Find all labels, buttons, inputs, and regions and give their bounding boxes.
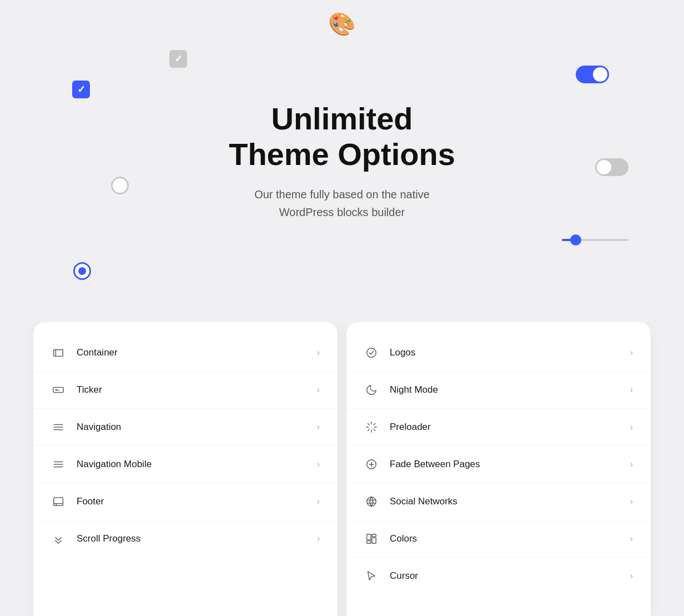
svg-rect-21	[372, 534, 376, 537]
menu-label-footer: Footer	[77, 496, 317, 507]
menu-label-ticker: Ticker	[77, 384, 317, 395]
svg-rect-0	[54, 350, 63, 357]
right-panel: Logos › Night Mode › Preloader › Fade Be…	[346, 322, 651, 616]
social-networks-icon	[364, 494, 379, 509]
deco-checkbox-gray	[169, 50, 187, 68]
menu-label-social-networks: Social Networks	[390, 496, 630, 507]
svg-rect-19	[372, 538, 376, 543]
menu-item-scroll-progress[interactable]: Scroll Progress ›	[33, 520, 338, 557]
chevron-icon-logos: ›	[630, 348, 633, 358]
menu-label-scroll-progress: Scroll Progress	[77, 533, 317, 544]
menu-item-container[interactable]: Container ›	[33, 334, 338, 372]
menu-item-night-mode[interactable]: Night Mode ›	[346, 372, 651, 409]
menu-item-logos[interactable]: Logos ›	[346, 334, 651, 372]
menu-item-colors[interactable]: Colors ›	[346, 520, 651, 558]
container-icon	[51, 345, 66, 360]
ticker-icon	[51, 383, 66, 397]
chevron-icon-container: ›	[317, 348, 320, 358]
palette-icon: 🎨	[328, 11, 356, 37]
chevron-icon-colors: ›	[630, 534, 633, 544]
panels-section: Container › Ticker › Navigation › Naviga…	[0, 322, 684, 616]
menu-label-navigation-mobile: Navigation Mobile	[77, 459, 317, 470]
chevron-icon-navigation: ›	[317, 422, 320, 432]
chevron-icon-social-networks: ›	[630, 497, 633, 507]
menu-item-preloader[interactable]: Preloader ›	[346, 409, 651, 446]
deco-toggle-off	[595, 158, 628, 176]
chevron-icon-navigation-mobile: ›	[317, 459, 320, 469]
hero-title: Unlimited Theme Options	[229, 101, 455, 173]
svg-rect-11	[54, 498, 63, 506]
fade-between-pages-icon	[364, 457, 379, 472]
footer-icon	[51, 494, 66, 509]
chevron-icon-footer: ›	[317, 497, 320, 507]
menu-item-navigation[interactable]: Navigation ›	[33, 409, 338, 446]
menu-label-night-mode: Night Mode	[390, 384, 630, 395]
chevron-icon-fade-between-pages: ›	[630, 459, 633, 469]
menu-item-cursor[interactable]: Cursor ›	[346, 558, 651, 594]
menu-label-navigation: Navigation	[77, 422, 317, 433]
menu-label-container: Container	[77, 347, 317, 358]
chevron-icon-preloader: ›	[630, 422, 633, 432]
menu-item-social-networks[interactable]: Social Networks ›	[346, 483, 651, 520]
chevron-icon-scroll-progress: ›	[317, 534, 320, 544]
preloader-icon	[364, 420, 379, 434]
hero-content: Unlimited Theme Options Our theme fully …	[229, 101, 455, 222]
menu-label-colors: Colors	[390, 533, 630, 544]
left-panel: Container › Ticker › Navigation › Naviga…	[33, 322, 338, 616]
cursor-icon	[364, 569, 379, 583]
svg-point-15	[367, 497, 376, 507]
night-mode-icon	[364, 383, 379, 397]
menu-label-preloader: Preloader	[390, 422, 630, 433]
navigation-icon	[51, 420, 66, 434]
menu-item-navigation-mobile[interactable]: Navigation Mobile ›	[33, 446, 338, 483]
chevron-icon-night-mode: ›	[630, 385, 633, 395]
menu-item-ticker[interactable]: Ticker ›	[33, 372, 338, 409]
deco-slider	[562, 239, 628, 241]
chevron-icon-cursor: ›	[630, 571, 633, 581]
menu-label-logos: Logos	[390, 347, 630, 358]
hero-section: 🎨 Unlimited Theme Options Our theme full…	[0, 0, 684, 322]
deco-radio-blue	[73, 262, 91, 280]
menu-label-fade-between-pages: Fade Between Pages	[390, 459, 630, 470]
scroll-progress-icon	[51, 532, 66, 546]
deco-checkbox-blue	[72, 81, 90, 98]
deco-radio-empty	[111, 177, 129, 194]
svg-rect-20	[367, 541, 371, 544]
menu-item-fade-between-pages[interactable]: Fade Between Pages ›	[346, 446, 651, 483]
menu-label-cursor: Cursor	[390, 570, 630, 582]
logos-icon	[364, 345, 379, 360]
hero-subtitle: Our theme fully based on the native Word…	[229, 186, 455, 221]
colors-icon	[364, 532, 379, 546]
svg-rect-2	[53, 387, 63, 392]
menu-item-footer[interactable]: Footer ›	[33, 483, 338, 520]
navigation-mobile-icon	[51, 457, 66, 472]
deco-toggle-on	[576, 66, 609, 83]
svg-point-14	[367, 348, 376, 358]
svg-rect-18	[367, 534, 371, 540]
chevron-icon-ticker: ›	[317, 385, 320, 395]
